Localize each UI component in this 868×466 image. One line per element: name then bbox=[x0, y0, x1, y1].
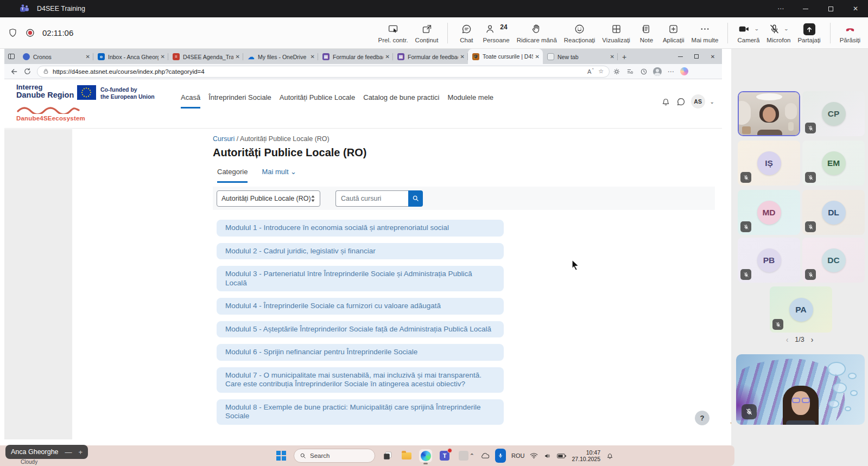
course-search-input[interactable] bbox=[335, 190, 408, 207]
self-video-tile[interactable] bbox=[736, 354, 865, 425]
back-icon[interactable] bbox=[8, 67, 21, 76]
browser-settings-icon[interactable]: ⋯ bbox=[664, 68, 677, 75]
course-card-5[interactable]: Modulul 5 - Așteptările Întreprinderilor… bbox=[217, 321, 504, 338]
collections-icon[interactable] bbox=[623, 68, 637, 75]
participant-tile-md[interactable]: MD bbox=[738, 190, 800, 235]
tab-close-icon[interactable]: ✕ bbox=[385, 54, 390, 60]
taskbar-clock[interactable]: 10:47 27.10.2025 bbox=[572, 449, 600, 462]
notifications-tray-icon[interactable] bbox=[606, 452, 614, 460]
notifications-bell-icon[interactable] bbox=[661, 97, 671, 107]
user-menu-chevron-icon[interactable]: ⌄ bbox=[710, 99, 714, 105]
browser-close-button[interactable]: ✕ bbox=[705, 49, 721, 63]
maximize-button[interactable] bbox=[818, 0, 843, 17]
course-card-3[interactable]: Modulul 3 - Parteneriatul între Întrepri… bbox=[217, 266, 504, 291]
course-card-6[interactable]: Modulul 6 - Sprijin nefinanciar pentru Î… bbox=[217, 344, 504, 361]
mic-in-use-indicator[interactable] bbox=[495, 449, 506, 463]
camera-options-chevron[interactable]: ⌄ bbox=[754, 26, 759, 31]
course-card-2[interactable]: Modulul 2 - Cadrul juridic, legislativ ș… bbox=[217, 243, 504, 260]
take-control-button[interactable]: Prel. contr. bbox=[378, 23, 408, 43]
participant-tile-cp[interactable]: CP bbox=[802, 91, 865, 136]
speaker-icon[interactable] bbox=[543, 452, 552, 459]
nav-item-acasa[interactable]: Acasă bbox=[181, 93, 200, 108]
participant-tile-dc[interactable]: DC bbox=[802, 238, 865, 283]
nav-item-intreprinderi[interactable]: Întreprinderi Sociale bbox=[208, 93, 271, 108]
browser-tab-new[interactable]: New tab✕ bbox=[543, 49, 618, 64]
site-logo[interactable]: Interreg Danube Region Co-funded by the … bbox=[16, 84, 168, 99]
browser-minimize-button[interactable] bbox=[672, 49, 688, 63]
mic-options-chevron[interactable]: ⌄ bbox=[784, 26, 789, 31]
language-indicator[interactable]: ROU bbox=[511, 452, 524, 459]
browser-tab-onedrive[interactable]: ☁My files - OneDrive✕ bbox=[243, 49, 318, 64]
browser-tab-forms-1[interactable]: ▤Formular de feedback pent✕ bbox=[318, 49, 393, 64]
history-icon[interactable] bbox=[637, 68, 650, 75]
more-button[interactable]: Mai multe bbox=[692, 23, 719, 43]
messages-bubble-icon[interactable] bbox=[676, 97, 686, 107]
tab-close-icon[interactable]: ✕ bbox=[161, 54, 165, 60]
tab-close-icon[interactable]: ✕ bbox=[535, 54, 540, 60]
browser-restore-button[interactable] bbox=[688, 49, 705, 63]
windows-start-icon[interactable] bbox=[275, 449, 288, 462]
read-aloud-icon[interactable]: A⌃ bbox=[587, 68, 594, 75]
tab-close-icon[interactable]: ✕ bbox=[236, 54, 240, 60]
participant-video-active-speaker[interactable] bbox=[738, 91, 800, 136]
browser-tab-d4see-active[interactable]: 🎓Toate cursurile | D4SEE✕ bbox=[468, 49, 543, 64]
browser-tab-cronos[interactable]: Cronos✕ bbox=[18, 49, 93, 64]
raise-hand-button[interactable]: Ridicare mână bbox=[517, 23, 557, 43]
copilot-icon[interactable] bbox=[677, 67, 691, 75]
share-button[interactable]: Partajați bbox=[797, 23, 820, 43]
wifi-icon[interactable] bbox=[530, 452, 538, 459]
react-button[interactable]: Reacționați bbox=[564, 23, 595, 43]
help-button[interactable]: ? bbox=[695, 411, 709, 425]
favorite-star-icon[interactable]: ☆ bbox=[598, 68, 604, 75]
edge-taskbar-icon[interactable] bbox=[419, 449, 432, 462]
tray-chevron-icon[interactable]: ⌃ bbox=[470, 452, 474, 459]
pagination-prev-icon[interactable]: ‹ bbox=[786, 335, 789, 344]
task-view-icon[interactable] bbox=[381, 449, 394, 462]
tab-categorie[interactable]: Categorie bbox=[217, 168, 248, 183]
tab-close-icon[interactable]: ✕ bbox=[460, 54, 465, 60]
course-card-8[interactable]: Modulul 8 - Exemple de bune practici: Mu… bbox=[217, 399, 504, 425]
course-card-1[interactable]: Modulul 1 - Introducere în economia soci… bbox=[217, 220, 504, 237]
participant-tile-em[interactable]: EM bbox=[802, 141, 865, 186]
collapse-icon[interactable]: — bbox=[65, 448, 72, 456]
battery-icon[interactable] bbox=[557, 453, 566, 459]
participant-tile-is[interactable]: IȘ bbox=[738, 141, 800, 186]
weather-label[interactable]: Cloudy bbox=[21, 459, 37, 465]
nav-item-module[interactable]: Modulele mele bbox=[447, 93, 493, 108]
participant-tile-pa[interactable]: PA bbox=[770, 286, 832, 333]
category-select[interactable]: Autorități Publice Locale (RO) bbox=[217, 190, 320, 207]
apps-button[interactable]: Aplicații bbox=[663, 23, 685, 43]
people-button[interactable]: 24 Persoane bbox=[483, 23, 509, 43]
pagination-next-icon[interactable]: › bbox=[811, 335, 814, 344]
nav-item-catalog[interactable]: Catalog de bune practici bbox=[363, 93, 439, 108]
share-content-button[interactable]: Conținut bbox=[415, 23, 439, 43]
tab-close-icon[interactable]: ✕ bbox=[311, 54, 315, 60]
file-explorer-icon[interactable] bbox=[400, 449, 413, 462]
close-button[interactable]: ✕ bbox=[843, 0, 868, 17]
profile-avatar[interactable] bbox=[650, 67, 664, 76]
user-avatar[interactable]: AS bbox=[691, 94, 705, 108]
browser-tab-outlook[interactable]: oInbox - Anca Gheorghe - O✕ bbox=[93, 49, 168, 64]
onedrive-tray-icon[interactable] bbox=[480, 452, 490, 459]
url-input[interactable]: https://d4see.atsnet.eu/course/index.php… bbox=[37, 66, 610, 78]
view-button[interactable]: Vizualizați bbox=[602, 23, 630, 43]
refresh-icon[interactable] bbox=[21, 67, 34, 75]
teams-taskbar-icon[interactable]: T bbox=[438, 449, 451, 462]
course-card-4[interactable]: Modulul 4 - Întreprinderile Sociale ca f… bbox=[217, 298, 504, 315]
pinned-app-icon[interactable] bbox=[457, 449, 470, 462]
presenter-name-pill[interactable]: Anca Gheorghe — + bbox=[5, 445, 88, 459]
browser-essentials-icon[interactable] bbox=[610, 68, 623, 75]
camera-button[interactable]: ⌄ Cameră bbox=[737, 23, 759, 43]
new-tab-button[interactable]: + bbox=[618, 49, 631, 64]
minimize-button[interactable] bbox=[793, 0, 818, 17]
search-button[interactable] bbox=[408, 190, 423, 207]
tab-close-icon[interactable]: ✕ bbox=[610, 54, 614, 60]
participant-tile-pb[interactable]: PB bbox=[738, 238, 800, 283]
tab-close-icon[interactable]: ✕ bbox=[86, 54, 90, 60]
nav-item-autoritati[interactable]: Autorități Publice Locale bbox=[280, 93, 355, 108]
tab-mai-mult[interactable]: Mai mult ⌄ bbox=[262, 168, 296, 183]
browser-tab-forms-2[interactable]: ▤Formular de feedback pent✕ bbox=[393, 49, 468, 64]
notes-button[interactable]: Note bbox=[637, 23, 656, 43]
chat-button[interactable]: Chat bbox=[457, 23, 476, 43]
browser-tab-pdf[interactable]: ≡D4SEE Agenda_TrainingOnl✕ bbox=[168, 49, 243, 64]
